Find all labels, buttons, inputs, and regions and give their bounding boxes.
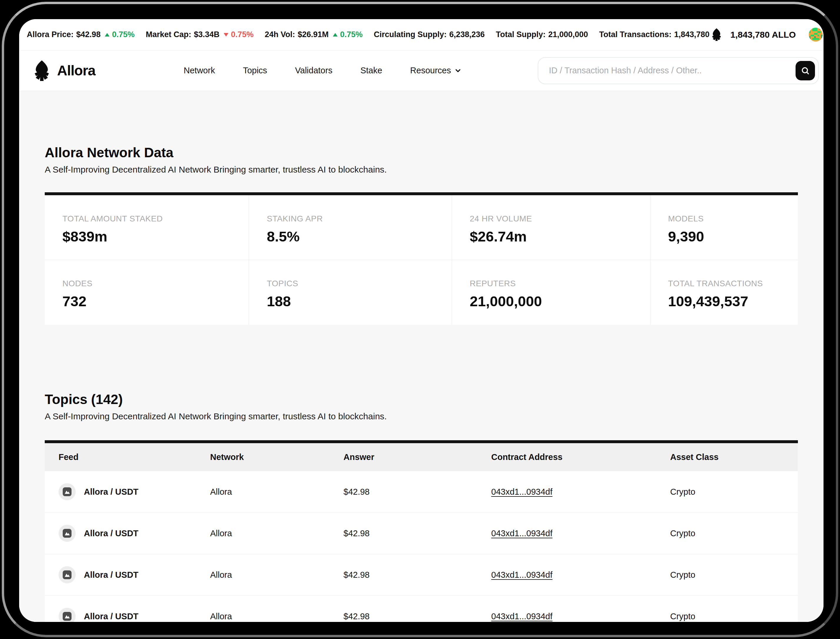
stat-card-24hr-volume: 24 HR VOLUME $26.74m	[452, 195, 650, 260]
stat-card-total-amount-staked: TOTAL AMOUNT STAKED $839m	[45, 195, 249, 260]
asset-class-cell: Crypto	[670, 570, 784, 580]
network-cell: Allora	[210, 612, 344, 622]
stat-circulating-supply: Circulating Supply: 6,238,236	[374, 30, 485, 39]
stat-value: $3.34B	[194, 30, 220, 39]
feed-cell: Allora / USDT	[59, 525, 210, 542]
answer-cell: $42.98	[344, 570, 491, 580]
feed-name: Allora / USDT	[84, 612, 138, 622]
answer-cell: $42.98	[344, 612, 491, 622]
stat-value: 6,238,236	[449, 30, 485, 39]
brand-logo[interactable]: Allora	[31, 59, 95, 82]
nav-item-resources[interactable]: Resources	[410, 66, 462, 75]
topics-title: Topics (142)	[45, 325, 798, 407]
nav-item-stake[interactable]: Stake	[360, 66, 382, 75]
stat-card-label: STAKING APR	[267, 214, 446, 224]
stat-card-label: MODELS	[668, 214, 792, 224]
network-cell: Allora	[210, 570, 344, 580]
stat-card-value: 732	[62, 293, 243, 310]
stat-card-value: 21,000,000	[470, 293, 644, 310]
stat-card-value: 9,390	[668, 228, 792, 245]
stat-label: Total Transactions:	[599, 30, 672, 39]
feed-image-icon	[59, 483, 76, 500]
screen: Allora Price: $42.98 0.75% Market Cap: $…	[19, 19, 824, 622]
arrow-up-icon	[105, 33, 109, 37]
contract-address-link[interactable]: 043xd1...0934df	[491, 487, 552, 496]
feed-image-icon	[59, 566, 76, 583]
topics-table-header: Feed Network Answer Contract Address Ass…	[45, 443, 798, 471]
wallet-info: 1,843,780 ALLO	[710, 28, 824, 41]
stat-card-label: TOTAL AMOUNT STAKED	[62, 214, 243, 224]
stat-card-nodes: NODES 732	[45, 260, 249, 325]
asset-class-cell: Crypto	[670, 612, 784, 622]
stat-total-transactions: Total Transactions: 1,843,780	[599, 30, 710, 39]
contract-address-link[interactable]: 043xd1...0934df	[491, 612, 552, 621]
feed-cell: Allora / USDT	[59, 483, 210, 500]
stat-card-label: TOPICS	[267, 279, 446, 288]
arrow-down-icon	[224, 33, 228, 37]
stat-card-reputers: REPUTERS 21,000,000	[452, 260, 650, 325]
wallet-balance: 1,843,780 ALLO	[731, 30, 796, 40]
stat-value: $26.91M	[298, 30, 328, 39]
nav-item-topics[interactable]: Topics	[243, 66, 267, 75]
contract-address-link[interactable]: 043xd1...0934df	[491, 529, 552, 538]
stat-label: Allora Price:	[27, 30, 74, 39]
search-icon	[800, 66, 810, 75]
answer-cell: $42.98	[344, 487, 491, 497]
network-data-subtitle: A Self-Improving Decentralized AI Networ…	[45, 164, 798, 175]
stat-card-label: TOTAL TRANSACTIONS	[668, 279, 792, 288]
column-header-contract: Contract Address	[491, 452, 670, 462]
table-row[interactable]: Allora / USDT Allora $42.98 043xd1...093…	[45, 513, 798, 554]
avatar[interactable]	[809, 28, 823, 41]
stat-value: $42.98	[76, 30, 101, 39]
network-cell: Allora	[210, 487, 344, 497]
feed-cell: Allora / USDT	[59, 566, 210, 583]
network-data-title: Allora Network Data	[45, 91, 798, 161]
feed-image-icon	[59, 608, 76, 622]
asset-class-cell: Crypto	[670, 487, 784, 497]
column-header-network: Network	[210, 452, 344, 462]
topics-subtitle: A Self-Improving Decentralized AI Networ…	[45, 411, 798, 422]
stat-card-label: REPUTERS	[470, 279, 644, 288]
search-input[interactable]	[538, 57, 819, 84]
stat-card-label: NODES	[62, 279, 243, 288]
stat-label: Market Cap:	[146, 30, 191, 39]
stat-total-supply: Total Supply: 21,000,000	[496, 30, 588, 39]
stat-value: 1,843,780	[674, 30, 709, 39]
asset-class-cell: Crypto	[670, 529, 784, 538]
device-frame: Allora Price: $42.98 0.75% Market Cap: $…	[2, 2, 838, 637]
column-header-answer: Answer	[344, 452, 491, 462]
nav-item-validators[interactable]: Validators	[295, 66, 333, 75]
identicon	[809, 28, 823, 41]
nav-item-network[interactable]: Network	[184, 66, 215, 75]
stat-card-value: $839m	[62, 228, 243, 245]
stat-card-value: $26.74m	[470, 228, 644, 245]
stat-change: 0.75%	[112, 30, 135, 39]
feed-name: Allora / USDT	[84, 487, 138, 497]
feed-image-icon	[59, 525, 76, 542]
table-row[interactable]: Allora / USDT Allora $42.98 043xd1...093…	[45, 471, 798, 513]
stat-card-total-transactions: TOTAL TRANSACTIONS 109,439,537	[650, 260, 798, 325]
topics-table: Feed Network Answer Contract Address Ass…	[45, 440, 798, 622]
brand-name: Allora	[57, 62, 95, 79]
contract-address-link[interactable]: 043xd1...0934df	[491, 570, 552, 580]
top-stats-bar: Allora Price: $42.98 0.75% Market Cap: $…	[19, 19, 824, 50]
column-header-feed: Feed	[59, 452, 210, 462]
stat-card-topics: TOPICS 188	[249, 260, 452, 325]
search-bar	[538, 57, 819, 84]
main-content: Allora Network Data A Self-Improving Dec…	[19, 91, 824, 622]
stat-card-value: 8.5%	[267, 228, 446, 245]
table-row[interactable]: Allora / USDT Allora $42.98 043xd1...093…	[45, 554, 798, 596]
search-button[interactable]	[796, 61, 815, 80]
arrow-up-icon	[333, 33, 338, 37]
network-stats-grid: TOTAL AMOUNT STAKED $839m STAKING APR 8.…	[45, 192, 798, 325]
table-row[interactable]: Allora / USDT Allora $42.98 043xd1...093…	[45, 596, 798, 622]
allora-token-icon	[710, 28, 723, 41]
answer-cell: $42.98	[344, 529, 491, 538]
feed-cell: Allora / USDT	[59, 608, 210, 622]
stat-card-label: 24 HR VOLUME	[470, 214, 644, 224]
stat-card-value: 109,439,537	[668, 293, 792, 310]
feed-name: Allora / USDT	[84, 570, 138, 580]
stat-card-value: 188	[267, 293, 446, 310]
stat-label: Circulating Supply:	[374, 30, 447, 39]
stat-label: Total Supply:	[496, 30, 546, 39]
